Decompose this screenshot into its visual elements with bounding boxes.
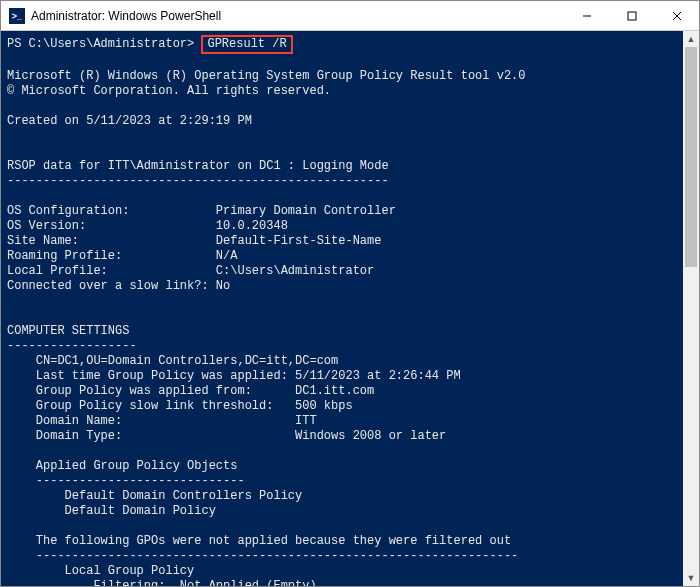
command-highlight: GPResult /R: [201, 35, 292, 54]
applied-dashes: -----------------------------: [7, 474, 245, 488]
filtered-dashes: ----------------------------------------…: [7, 549, 518, 563]
window-controls: [564, 1, 699, 30]
powershell-window: >_ Administrator: Windows PowerShell PS …: [0, 0, 700, 587]
terminal-output[interactable]: PS C:\Users\Administrator> GPResult /R M…: [1, 31, 683, 586]
close-button[interactable]: [654, 1, 699, 30]
roaming-profile: Roaming Profile: N/A: [7, 249, 237, 263]
applied-heading: Applied Group Policy Objects: [7, 459, 237, 473]
scroll-up-button[interactable]: ▲: [683, 31, 699, 47]
computer-heading: COMPUTER SETTINGS: [7, 324, 129, 338]
os-version: OS Version: 10.0.20348: [7, 219, 288, 233]
domain-name: Domain Name: ITT: [7, 414, 317, 428]
site-name: Site Name: Default-First-Site-Name: [7, 234, 381, 248]
os-config: OS Configuration: Primary Domain Control…: [7, 204, 396, 218]
slow-threshold: Group Policy slow link threshold: 500 kb…: [7, 399, 353, 413]
computer-dashes: ------------------: [7, 339, 137, 353]
cn-line: CN=DC1,OU=Domain Controllers,DC=itt,DC=c…: [7, 354, 338, 368]
last-applied: Last time Group Policy was applied: 5/11…: [7, 369, 461, 383]
slow-link: Connected over a slow link?: No: [7, 279, 230, 293]
vertical-scrollbar[interactable]: ▲ ▼: [683, 31, 699, 586]
rsop-dashes: ----------------------------------------…: [7, 174, 389, 188]
powershell-icon: >_: [9, 8, 25, 24]
titlebar[interactable]: >_ Administrator: Windows PowerShell: [1, 1, 699, 31]
rsop-title: RSOP data for ITT\Administrator on DC1 :…: [7, 159, 389, 173]
scroll-track[interactable]: [683, 47, 699, 570]
filtered-heading: The following GPOs were not applied beca…: [7, 534, 511, 548]
scroll-thumb[interactable]: [685, 47, 697, 267]
prompt-prefix: PS C:\Users\Administrator>: [7, 37, 201, 51]
maximize-button[interactable]: [609, 1, 654, 30]
local-profile: Local Profile: C:\Users\Administrator: [7, 264, 374, 278]
svg-rect-1: [628, 12, 636, 20]
applied-from: Group Policy was applied from: DC1.itt.c…: [7, 384, 374, 398]
command-text: GPResult /R: [207, 37, 286, 51]
window-title: Administrator: Windows PowerShell: [31, 9, 221, 23]
applied-item2: Default Domain Policy: [7, 504, 216, 518]
applied-item1: Default Domain Controllers Policy: [7, 489, 302, 503]
title-left: >_ Administrator: Windows PowerShell: [1, 8, 221, 24]
scroll-down-button[interactable]: ▼: [683, 570, 699, 586]
header-line1: Microsoft (R) Windows (R) Operating Syst…: [7, 69, 525, 83]
content-wrap: PS C:\Users\Administrator> GPResult /R M…: [1, 31, 699, 586]
header-line2: © Microsoft Corporation. All rights rese…: [7, 84, 331, 98]
filtered-item1b: Filtering: Not Applied (Empty): [7, 579, 317, 586]
prompt-line: PS C:\Users\Administrator> GPResult /R: [7, 37, 293, 51]
created-line: Created on ‎5/‎11/‎2023 at 2:29:19 PM: [7, 114, 252, 128]
filtered-item1: Local Group Policy: [7, 564, 194, 578]
domain-type: Domain Type: Windows 2008 or later: [7, 429, 446, 443]
minimize-button[interactable]: [564, 1, 609, 30]
